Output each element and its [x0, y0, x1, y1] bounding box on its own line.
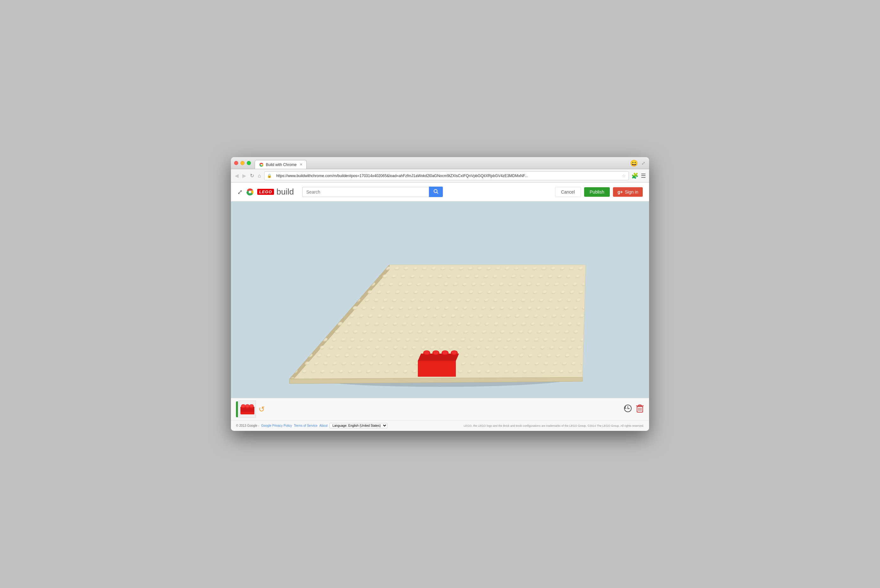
- mac-window: Build with Chrome ✕ ⤢ 😄 ◀ ▶ ↻ ⌂ 🔒 ☆ 🧩 ☰ …: [231, 157, 649, 431]
- resize-icon: ⤢: [642, 160, 645, 166]
- svg-point-23: [433, 351, 438, 354]
- svg-point-3: [249, 191, 251, 193]
- secure-icon: 🔒: [267, 174, 272, 178]
- tab-title: Build with Chrome: [266, 162, 297, 167]
- svg-point-41: [246, 405, 249, 407]
- brick-slot-1[interactable]: [238, 400, 256, 418]
- publish-button[interactable]: Publish: [584, 187, 610, 197]
- menu-icon[interactable]: ☰: [641, 172, 646, 179]
- back-button[interactable]: ◀: [234, 172, 239, 178]
- bottom-toolbar: ↺: [231, 398, 649, 420]
- page-footer: © 2013 Google - Google Privacy Policy Te…: [231, 420, 649, 431]
- red-lego-brick[interactable]: [418, 350, 459, 376]
- gplus-button[interactable]: g+ Sign in: [613, 187, 643, 197]
- history-button[interactable]: [624, 404, 632, 414]
- trash-button[interactable]: [636, 404, 644, 415]
- svg-point-44: [250, 405, 253, 407]
- lego-logo: LEGO: [257, 189, 274, 195]
- svg-point-38: [242, 405, 245, 407]
- copyright-text: © 2013 Google -: [236, 424, 259, 428]
- language-select[interactable]: Language: English (United States): [330, 423, 387, 428]
- title-bar: Build with Chrome ✕ ⤢ 😄: [231, 157, 649, 169]
- app-title: build: [277, 187, 294, 197]
- history-icon: [624, 404, 632, 412]
- reload-button[interactable]: ↻: [249, 172, 255, 178]
- brick-thumbnail: [240, 404, 254, 414]
- signin-label: Sign in: [625, 189, 638, 195]
- builder-canvas[interactable]: /* studs drawn via pattern */: [231, 201, 649, 398]
- svg-marker-16: [418, 361, 456, 376]
- window-controls: [234, 161, 251, 165]
- terms-link[interactable]: Terms of Service: [294, 424, 318, 428]
- trademark-text: LEGO, the LEGO logo and the Brick and kn…: [464, 424, 644, 428]
- tab-area: Build with Chrome ✕: [255, 157, 307, 169]
- svg-point-4: [434, 189, 437, 193]
- browser-tab[interactable]: Build with Chrome ✕: [255, 160, 307, 169]
- privacy-link[interactable]: Google Privacy Policy: [261, 424, 292, 428]
- tab-close-icon[interactable]: ✕: [300, 162, 303, 166]
- app-nav-left: ⤢ LEGO build: [237, 187, 294, 197]
- home-button[interactable]: ⌂: [257, 173, 262, 178]
- share-button[interactable]: ⤢: [237, 188, 243, 196]
- app-nav: ⤢ LEGO build Cancel: [231, 183, 649, 201]
- search-input[interactable]: [302, 187, 429, 197]
- rotate-button[interactable]: ↺: [256, 402, 267, 416]
- nav-right: Cancel Publish g+ Sign in: [555, 187, 643, 197]
- palette-indicator: [236, 401, 238, 417]
- about-link[interactable]: About: [319, 424, 328, 428]
- emoji-icon: 😄: [630, 159, 638, 167]
- svg-point-26: [442, 351, 448, 354]
- minimize-button[interactable]: [240, 161, 244, 165]
- address-input[interactable]: [274, 172, 620, 179]
- trash-icon: [636, 404, 644, 413]
- close-button[interactable]: [234, 161, 238, 165]
- search-button[interactable]: [429, 187, 443, 197]
- forward-button[interactable]: ▶: [242, 172, 247, 178]
- main-content[interactable]: /* studs drawn via pattern */: [231, 201, 649, 398]
- svg-point-20: [424, 351, 429, 354]
- maximize-button[interactable]: [247, 161, 251, 165]
- extension-icon[interactable]: 🧩: [631, 172, 638, 179]
- svg-point-29: [452, 351, 457, 354]
- svg-line-5: [437, 192, 438, 194]
- tab-favicon: [259, 162, 264, 167]
- footer-left: © 2013 Google - Google Privacy Policy Te…: [236, 423, 387, 428]
- svg-point-1: [261, 164, 262, 165]
- address-bar: ◀ ▶ ↻ ⌂ 🔒 ☆ 🧩 ☰: [231, 169, 649, 183]
- gplus-icon: g+: [618, 189, 623, 195]
- cancel-button[interactable]: Cancel: [555, 187, 581, 197]
- chrome-logo: [245, 187, 255, 197]
- toolbar-right: [624, 404, 644, 415]
- brick-palette: ↺: [236, 400, 267, 418]
- bookmark-icon[interactable]: ☆: [622, 173, 626, 178]
- search-icon: [433, 189, 438, 194]
- search-area: [302, 187, 550, 197]
